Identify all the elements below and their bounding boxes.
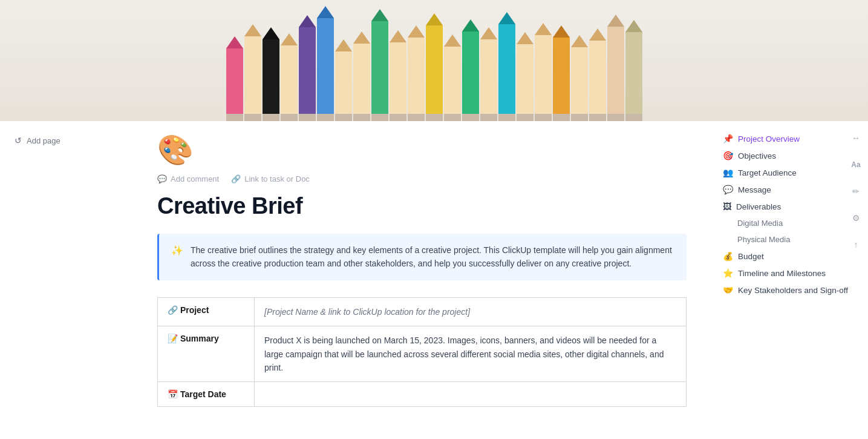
link-icon: 🔗	[231, 174, 241, 183]
callout-icon: ✨	[171, 245, 183, 256]
pencil	[517, 32, 534, 121]
pencil-body	[408, 38, 425, 114]
pencil-tip	[480, 27, 497, 39]
pencil	[263, 27, 279, 121]
toc-item[interactable]: 🤝Key Stakeholders and Sign-off	[718, 282, 861, 298]
content-area: 🎨 💬 Add comment 🔗 Link to task or Doc Cr…	[133, 121, 711, 439]
pencil	[281, 33, 298, 121]
pencil	[462, 19, 479, 121]
pencil-eraser	[353, 114, 370, 121]
pencil-tip	[462, 19, 479, 31]
pencils-decoration	[0, 0, 868, 121]
pencil-body	[498, 24, 515, 114]
settings-button[interactable]: ⚙	[849, 211, 863, 225]
pencil	[299, 15, 316, 121]
toc-item[interactable]: ⭐Timeline and Milestones	[718, 265, 861, 281]
pencil-tip	[335, 39, 352, 51]
edit-button[interactable]: ✏	[849, 184, 863, 199]
pencil-tip	[371, 9, 388, 21]
toolbar: 💬 Add comment 🔗 Link to task or Doc	[157, 174, 687, 183]
pencil	[335, 39, 352, 121]
edit-icon: ✏	[852, 186, 860, 196]
pencil	[408, 25, 425, 121]
toc-item-label: Budget	[738, 252, 764, 261]
toc-item-icon: 🖼	[723, 202, 731, 211]
add-comment-button[interactable]: 💬 Add comment	[157, 174, 219, 183]
pencil-eraser	[226, 114, 243, 121]
toc-item-label: Key Stakeholders and Sign-off	[738, 286, 848, 295]
toc-item-label: Message	[738, 185, 771, 194]
pencil-tip	[517, 32, 534, 44]
pencil-body	[226, 48, 243, 114]
pencil	[317, 6, 334, 121]
collapse-sidebar-button[interactable]: ↔	[849, 131, 863, 145]
share-button[interactable]: ↑	[849, 237, 863, 252]
table-row-value[interactable]: [Project Name & link to ClickUp location…	[255, 297, 687, 326]
page-title: Creative Brief	[157, 193, 687, 219]
table-row-label: 📝 Summary	[158, 326, 255, 382]
pencil-tip	[498, 12, 515, 24]
toc-item[interactable]: 📌Project Overview	[718, 131, 861, 147]
toc-item[interactable]: 🖼Deliverables	[718, 199, 861, 214]
pencil-body	[371, 21, 388, 114]
pencil-tip	[589, 28, 606, 41]
pencil	[226, 36, 243, 121]
pencil-eraser	[625, 114, 642, 121]
row-label-icon: 🔗	[168, 305, 178, 315]
cover-image	[0, 0, 868, 121]
pencil-body	[299, 27, 316, 114]
sidebar-action-icons: ↔ Aa ✏ ⚙ ↑	[849, 131, 863, 252]
toc-item[interactable]: 💬Message	[718, 182, 861, 197]
pencil-eraser	[244, 114, 261, 121]
table-row: 📅 Target Date	[158, 382, 687, 407]
toc-item[interactable]: Physical Media	[718, 232, 861, 247]
pencil-eraser	[317, 114, 334, 121]
toc-item-label: Target Audience	[738, 168, 797, 177]
share-icon: ↑	[854, 240, 858, 249]
pencil-body	[553, 38, 570, 114]
pencil-tip	[571, 35, 588, 47]
table-row-value[interactable]: Product X is being launched on March 15,…	[255, 326, 687, 382]
pencil-body	[517, 44, 534, 114]
toc-item[interactable]: 💰Budget	[718, 248, 861, 264]
toc-item-icon: 🎯	[723, 151, 733, 160]
pencil-eraser	[517, 114, 534, 121]
pencil	[371, 9, 388, 121]
text-icon: Aa	[851, 160, 860, 169]
add-page-button[interactable]: ↺ Add page	[10, 133, 123, 148]
pencil-eraser	[480, 114, 497, 121]
pencil	[244, 24, 261, 121]
toc-item-label: Digital Media	[737, 219, 783, 228]
pencil-tip	[553, 25, 570, 38]
callout-text: The creative brief outlines the strategy…	[191, 243, 674, 271]
add-page-label: Add page	[27, 136, 60, 145]
pencil-eraser	[390, 114, 406, 121]
pencil-body	[444, 47, 461, 114]
pencil-eraser	[371, 114, 388, 121]
table-row: 📝 SummaryProduct X is being launched on …	[158, 326, 687, 382]
toc-item-icon: 💰	[723, 251, 733, 261]
toc-item[interactable]: 👥Target Audience	[718, 165, 861, 180]
main-layout: ↺ Add page 🎨 💬 Add comment 🔗 Link to tas…	[0, 121, 868, 439]
pencil-eraser	[607, 114, 624, 121]
pencil-tip	[244, 24, 261, 36]
table-row-value[interactable]	[255, 382, 687, 407]
collapse-icon: ↔	[852, 133, 860, 143]
pencil	[426, 13, 443, 121]
toc-item[interactable]: 🎯Objectives	[718, 148, 861, 163]
left-sidebar: ↺ Add page	[0, 121, 133, 439]
pencil	[353, 31, 370, 121]
pencil-body	[335, 51, 352, 114]
toc-item-label: Project Overview	[738, 134, 800, 144]
toc-item[interactable]: Digital Media	[718, 216, 861, 231]
link-to-task-button[interactable]: 🔗 Link to task or Doc	[231, 174, 310, 183]
text-formatting-button[interactable]: Aa	[849, 157, 863, 172]
pencil-body	[353, 44, 370, 114]
pencil-eraser	[281, 114, 298, 121]
pencil-body	[244, 36, 261, 114]
pencil-tip	[263, 27, 279, 39]
pencil-eraser	[408, 114, 425, 121]
link-to-task-label: Link to task or Doc	[244, 174, 310, 183]
pencil	[589, 28, 606, 121]
toc-item-label: Objectives	[738, 151, 776, 160]
